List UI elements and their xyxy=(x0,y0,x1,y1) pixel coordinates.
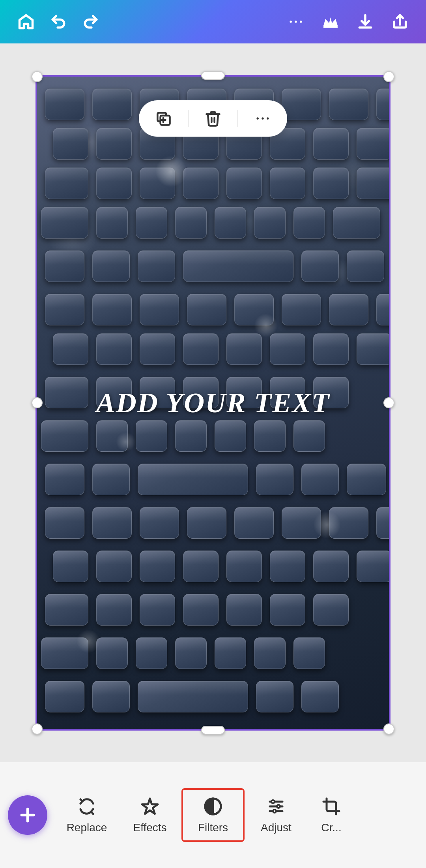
filters-label: Filters xyxy=(198,821,228,834)
crop-icon xyxy=(321,796,342,817)
replace-label: Replace xyxy=(67,821,107,834)
svg-point-2 xyxy=(300,21,302,23)
undo-button[interactable] xyxy=(48,11,69,32)
svg-point-1 xyxy=(295,21,297,23)
canvas-overlay-text[interactable]: ADD YOUR TEXT xyxy=(96,387,330,419)
handle-middle-left[interactable] xyxy=(32,397,43,408)
canvas-area: ADD YOUR TEXT xyxy=(0,43,426,762)
filters-icon xyxy=(203,796,223,817)
handle-top-right[interactable] xyxy=(383,71,394,82)
share-button[interactable] xyxy=(390,11,410,32)
premium-button[interactable] xyxy=(320,11,341,32)
svg-point-7 xyxy=(256,117,259,120)
more-button[interactable] xyxy=(286,11,306,32)
download-button[interactable] xyxy=(355,11,376,32)
toolbar-item-replace[interactable]: Replace xyxy=(55,790,118,840)
toolbar-item-adjust[interactable]: Adjust xyxy=(245,790,308,840)
image-frame[interactable]: ADD YOUR TEXT xyxy=(36,75,390,731)
effects-label: Effects xyxy=(133,821,166,834)
toolbar-divider-1 xyxy=(188,110,189,127)
svg-point-19 xyxy=(277,805,280,808)
svg-point-8 xyxy=(262,117,264,120)
fab-add-button[interactable] xyxy=(8,795,47,835)
svg-point-0 xyxy=(290,21,292,23)
svg-point-18 xyxy=(271,800,275,803)
handle-bottom-left[interactable] xyxy=(32,723,43,735)
more-options-button[interactable] xyxy=(252,108,273,129)
replace-icon xyxy=(77,796,97,817)
handle-bottom-middle[interactable] xyxy=(201,726,225,735)
toolbar-item-filters[interactable]: Filters xyxy=(181,788,245,842)
toolbar-divider-2 xyxy=(237,110,238,127)
toolbar-item-crop[interactable]: Cr... xyxy=(308,790,355,840)
adjust-label: Adjust xyxy=(261,821,291,834)
svg-rect-3 xyxy=(323,26,338,28)
top-bar xyxy=(0,0,426,43)
canvas-image: ADD YOUR TEXT xyxy=(37,77,389,729)
toolbar-item-effects[interactable]: Effects xyxy=(118,790,181,840)
duplicate-button[interactable] xyxy=(153,108,174,129)
handle-top-left[interactable] xyxy=(32,71,43,82)
crop-label: Cr... xyxy=(321,821,341,834)
handle-bottom-right[interactable] xyxy=(383,723,394,735)
handle-top-middle[interactable] xyxy=(201,71,225,80)
float-toolbar xyxy=(139,100,287,137)
bottom-toolbar: Replace Effects Filters xyxy=(0,762,426,868)
svg-point-9 xyxy=(267,117,269,120)
toolbar-items: Replace Effects Filters xyxy=(55,788,418,842)
svg-point-20 xyxy=(273,810,276,813)
top-bar-right xyxy=(286,11,410,32)
redo-button[interactable] xyxy=(80,11,101,32)
adjust-icon xyxy=(266,796,286,817)
handle-middle-right[interactable] xyxy=(383,397,394,408)
home-button[interactable] xyxy=(16,11,36,32)
delete-button[interactable] xyxy=(203,108,223,129)
top-bar-left xyxy=(16,11,101,32)
effects-icon xyxy=(140,796,160,817)
